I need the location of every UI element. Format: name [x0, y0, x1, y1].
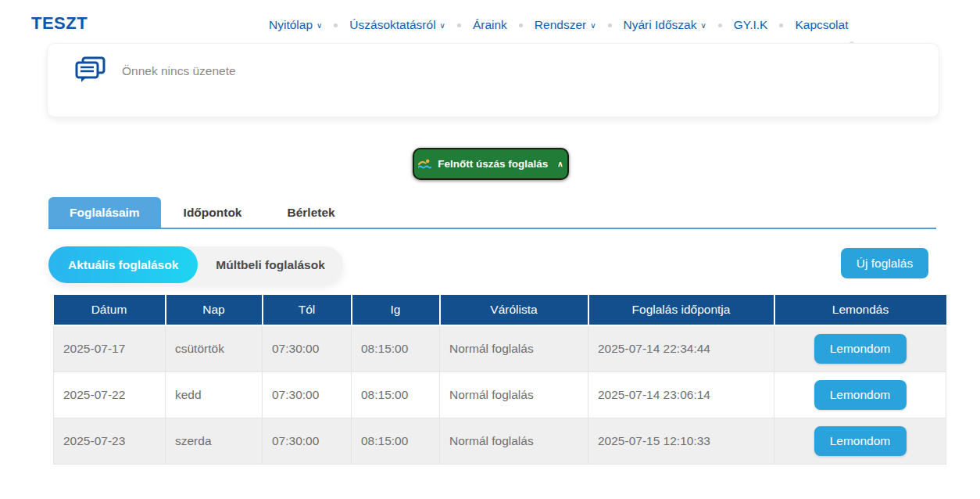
table-row: 2025-07-17 csütörtök 07:30:00 08:15:00 N…	[54, 325, 946, 372]
adult-swim-booking-label: Felnőtt úszás foglalás	[438, 158, 548, 170]
nav-item-label: Rendszer	[535, 18, 586, 32]
nav-item-uszasoktatasrol[interactable]: Úszásoktatásról ∨	[349, 18, 445, 32]
tab-foglalasaim[interactable]: Foglalásaim	[48, 197, 161, 228]
chevron-down-icon: ∨	[590, 22, 596, 30]
chevron-down-icon: ∨	[700, 22, 706, 30]
cell-varolista: Normál foglalás	[440, 372, 588, 418]
cell-tol: 07:30:00	[263, 325, 352, 372]
column-header-ig: Ig	[352, 295, 440, 325]
filter-past-bookings[interactable]: Múltbeli foglalások	[198, 246, 343, 283]
cell-ig: 08:15:00	[352, 372, 440, 418]
nav-item-label: Úszásoktatásról	[349, 18, 435, 32]
cell-datum: 2025-07-23	[54, 418, 166, 465]
chevron-down-icon: ∨	[317, 22, 322, 30]
column-header-varolista: Várólista	[440, 295, 588, 325]
cancel-booking-button[interactable]: Lemondom	[814, 380, 907, 410]
cell-nap: szerda	[166, 418, 263, 465]
filter-current-bookings[interactable]: Aktuális foglalások	[48, 246, 198, 283]
nav-separator-dot	[779, 23, 783, 27]
nav-item-araink[interactable]: Áraink	[473, 18, 507, 32]
tab-bar: Foglalásaim Időpontok Bérletek	[48, 197, 358, 228]
tab-berletek[interactable]: Bérletek	[265, 197, 358, 228]
cell-datum: 2025-07-17	[54, 325, 166, 372]
cell-lemondas: Lemondom	[774, 325, 946, 372]
nav-item-kapcsolat[interactable]: Kapcsolat	[795, 18, 848, 32]
new-booking-button[interactable]: Új foglalás	[841, 248, 928, 278]
cell-tol: 07:30:00	[263, 418, 352, 465]
column-header-datum: Dátum	[54, 295, 166, 325]
nav-separator-dot	[457, 23, 461, 27]
nav-item-label: Nyári Időszak	[624, 18, 697, 32]
cell-datum: 2025-07-22	[54, 372, 166, 418]
cell-nap: kedd	[166, 372, 263, 418]
brand-logo[interactable]: TESZT	[31, 13, 88, 34]
tab-idopontok[interactable]: Időpontok	[161, 197, 265, 228]
cell-tol: 07:30:00	[263, 372, 352, 418]
nav-separator-dot	[519, 23, 523, 27]
nav-separator-dot	[718, 23, 722, 27]
chevron-down-icon: ∨	[440, 22, 445, 30]
column-header-foglalas-idopontja: Foglalás időpontja	[588, 295, 774, 325]
cell-varolista: Normál foglalás	[440, 325, 588, 372]
tab-underline	[48, 228, 936, 229]
cell-lemondas: Lemondom	[774, 418, 946, 465]
chevron-up-icon: ∧	[557, 160, 563, 168]
cancel-booking-button[interactable]: Lemondom	[814, 426, 907, 456]
cell-foglalas-idopontja: 2025-07-14 22:34:44	[588, 325, 774, 372]
cancel-booking-button[interactable]: Lemondom	[814, 334, 907, 364]
table-header-row: Dátum Nap Tól Ig Várólista Foglalás időp…	[54, 295, 946, 325]
nav-item-label: Kapcsolat	[795, 18, 848, 32]
swimmer-icon	[418, 158, 431, 170]
nav-separator-dot	[608, 23, 612, 27]
column-header-nap: Nap	[166, 295, 263, 325]
bookings-table: Dátum Nap Tól Ig Várólista Foglalás időp…	[53, 295, 946, 465]
messages-card: Önnek nincs üzenete	[47, 43, 939, 117]
adult-swim-booking-toggle[interactable]: Felnőtt úszás foglalás ∧	[413, 148, 569, 180]
column-header-lemondas: Lemondás	[774, 295, 946, 325]
table-row: 2025-07-22 kedd 07:30:00 08:15:00 Normál…	[54, 372, 946, 418]
cell-ig: 08:15:00	[352, 418, 440, 465]
cell-foglalas-idopontja: 2025-07-15 12:10:33	[588, 418, 774, 465]
nav-item-label: Áraink	[473, 18, 507, 32]
nav-item-gyik[interactable]: GY.I.K	[734, 18, 768, 32]
nav-separator-dot	[334, 23, 338, 27]
cell-varolista: Normál foglalás	[440, 418, 588, 465]
nav-item-label: GY.I.K	[734, 18, 768, 32]
booking-filter-group: Aktuális foglalások Múltbeli foglalások	[48, 246, 343, 283]
column-header-tol: Tól	[263, 295, 352, 325]
no-messages-text: Önnek nincs üzenete	[122, 64, 236, 78]
chat-bubbles-icon	[75, 56, 106, 88]
cell-foglalas-idopontja: 2025-07-14 23:06:14	[588, 372, 774, 418]
cell-ig: 08:15:00	[352, 325, 440, 372]
nav-item-nyari-idoszak[interactable]: Nyári Időszak ∨	[624, 18, 706, 32]
main-nav: Nyitólap ∨ Úszásoktatásról ∨ Áraink Rend…	[269, 18, 849, 32]
table-row: 2025-07-23 szerda 07:30:00 08:15:00 Norm…	[54, 418, 946, 465]
nav-item-nyitolap[interactable]: Nyitólap ∨	[269, 18, 322, 32]
nav-item-rendszer[interactable]: Rendszer ∨	[535, 18, 596, 32]
nav-item-label: Nyitólap	[269, 18, 313, 32]
cell-lemondas: Lemondom	[774, 372, 946, 418]
cell-nap: csütörtök	[166, 325, 263, 372]
